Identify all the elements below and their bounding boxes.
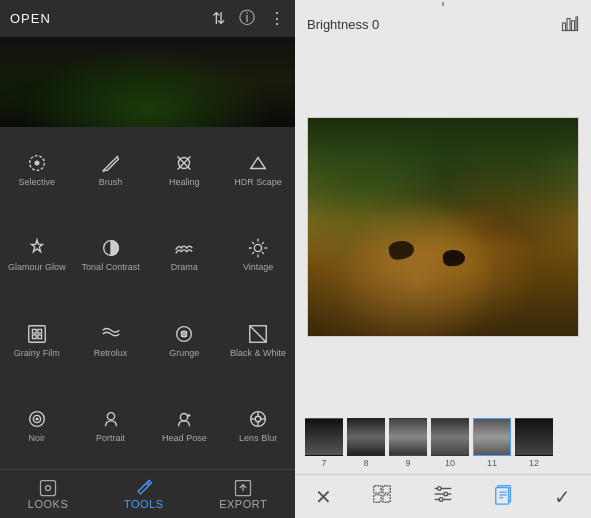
grunge-icon	[170, 323, 198, 345]
svg-rect-5	[29, 326, 46, 343]
svg-rect-24	[41, 481, 56, 496]
healing-icon	[170, 152, 198, 174]
photo-frame	[307, 117, 579, 337]
tools-icon	[134, 478, 154, 498]
tool-grainy-film[interactable]: Grainy Film	[0, 298, 74, 384]
info-icon[interactable]: ⓘ	[239, 8, 255, 29]
retrolux-icon	[97, 323, 125, 345]
sliders-button[interactable]	[432, 483, 454, 510]
tool-healing[interactable]: Healing	[148, 127, 222, 213]
preset-9[interactable]: 9	[389, 418, 427, 468]
tool-retrolux[interactable]: Retrolux	[74, 298, 148, 384]
hdr-scape-icon	[244, 152, 272, 174]
tool-noir[interactable]: Noir	[0, 384, 74, 470]
left-header: OPEN ⇅ ⓘ ⋮	[0, 0, 295, 37]
cancel-button[interactable]: ✕	[315, 485, 332, 509]
svg-rect-43	[496, 488, 509, 505]
top-handle	[442, 2, 444, 6]
retrolux-label: Retrolux	[94, 348, 128, 359]
healing-label: Healing	[169, 177, 200, 188]
image-preview	[0, 37, 295, 127]
filter-stack-button[interactable]	[493, 483, 515, 510]
preset-12[interactable]: 12	[515, 418, 553, 468]
glamour-glow-label: Glamour Glow	[8, 262, 66, 273]
black-white-icon	[244, 323, 272, 345]
drama-label: Drama	[171, 262, 198, 273]
tool-vintage[interactable]: Vintage	[221, 213, 295, 299]
tool-lens-blur[interactable]: Lens Blur	[221, 384, 295, 470]
vintage-label: Vintage	[243, 262, 273, 273]
looks-icon	[38, 478, 58, 498]
svg-point-41	[439, 498, 443, 502]
right-header: Brightness 0	[295, 8, 591, 41]
selective-label: Selective	[19, 177, 56, 188]
export-icon	[233, 478, 253, 498]
svg-rect-9	[38, 335, 42, 339]
selective-mask-button[interactable]	[371, 483, 393, 510]
photo-bg	[308, 118, 578, 336]
head-pose-icon	[170, 408, 198, 430]
action-bar: ✕ ✓	[295, 474, 591, 518]
confirm-button[interactable]: ✓	[554, 485, 571, 509]
tool-drama[interactable]: Drama	[148, 213, 222, 299]
svg-rect-33	[383, 486, 390, 493]
tool-tonal-contrast[interactable]: Tonal Contrast	[74, 213, 148, 299]
grunge-label: Grunge	[169, 348, 199, 359]
preset-7[interactable]: 7	[305, 418, 343, 468]
photo-container	[295, 41, 591, 412]
brush-icon	[97, 152, 125, 174]
svg-rect-35	[383, 495, 390, 502]
svg-rect-29	[572, 21, 575, 31]
export-label: EXPORT	[219, 498, 267, 510]
tools-label: TOOLS	[124, 498, 164, 510]
left-panel: OPEN ⇅ ⓘ ⋮ Selective	[0, 0, 295, 518]
preset-11[interactable]: 11	[473, 418, 511, 468]
preset-9-num: 9	[405, 458, 410, 468]
preset-7-num: 7	[321, 458, 326, 468]
tool-portrait[interactable]: Portrait	[74, 384, 148, 470]
svg-point-1	[35, 161, 39, 165]
field-overlay	[308, 248, 578, 335]
svg-point-39	[437, 487, 441, 491]
svg-rect-34	[374, 495, 381, 502]
preset-8-num: 8	[363, 458, 368, 468]
brush-label: Brush	[99, 177, 123, 188]
tonal-contrast-label: Tonal Contrast	[82, 262, 140, 273]
tool-hdr-scape[interactable]: HDR Scape	[221, 127, 295, 213]
tool-grunge[interactable]: Grunge	[148, 298, 222, 384]
nav-tools[interactable]: TOOLS	[124, 478, 164, 510]
preset-10[interactable]: 10	[431, 418, 469, 468]
svg-point-19	[255, 417, 261, 423]
svg-point-17	[181, 414, 188, 421]
tool-glamour-glow[interactable]: Glamour Glow	[0, 213, 74, 299]
tool-selective[interactable]: Selective	[0, 127, 74, 213]
svg-rect-8	[32, 335, 36, 339]
svg-rect-32	[374, 486, 381, 493]
looks-label: LOOKS	[28, 498, 68, 510]
preset-8[interactable]: 8	[347, 418, 385, 468]
more-icon[interactable]: ⋮	[269, 9, 285, 28]
drama-icon	[170, 237, 198, 259]
tool-black-white[interactable]: Black & White	[221, 298, 295, 384]
svg-point-25	[46, 486, 51, 491]
tonal-contrast-icon	[97, 237, 125, 259]
svg-point-4	[254, 245, 261, 252]
nav-looks[interactable]: LOOKS	[28, 478, 68, 510]
svg-point-15	[36, 418, 38, 420]
tool-head-pose[interactable]: Head Pose	[148, 384, 222, 470]
histogram-icon[interactable]	[561, 14, 579, 35]
noir-icon	[23, 408, 51, 430]
tool-brush[interactable]: Brush	[74, 127, 148, 213]
hdr-scape-label: HDR Scape	[234, 177, 282, 188]
selective-icon	[23, 152, 51, 174]
layers-icon[interactable]: ⇅	[212, 9, 225, 28]
open-button[interactable]: OPEN	[10, 11, 212, 26]
glamour-glow-icon	[23, 237, 51, 259]
svg-rect-7	[38, 329, 42, 333]
nav-export[interactable]: EXPORT	[219, 478, 267, 510]
portrait-icon	[97, 408, 125, 430]
svg-rect-30	[576, 17, 578, 31]
svg-point-16	[107, 413, 114, 420]
head-pose-label: Head Pose	[162, 433, 207, 444]
lens-blur-icon	[244, 408, 272, 430]
